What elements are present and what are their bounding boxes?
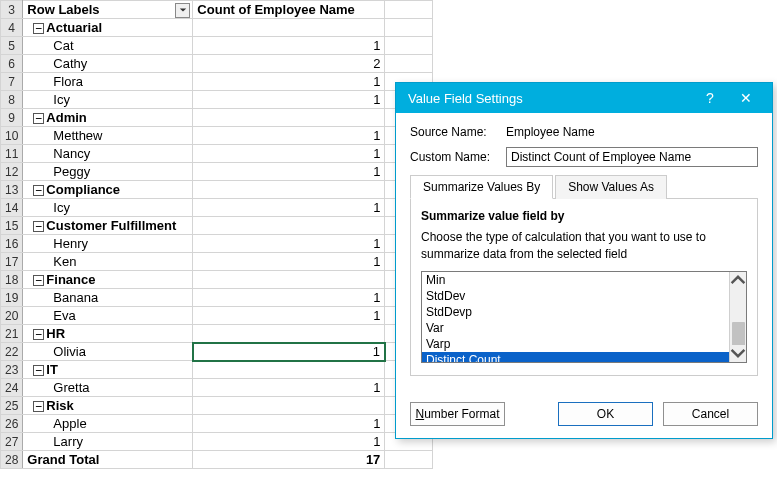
value-cell[interactable]	[193, 109, 385, 127]
row-header[interactable]: 16	[1, 235, 23, 253]
item-cell[interactable]: Eva	[23, 307, 193, 325]
value-cell[interactable]: 1	[193, 307, 385, 325]
scroll-up-button[interactable]	[730, 272, 746, 289]
row-header[interactable]: 11	[1, 145, 23, 163]
value-cell[interactable]	[193, 271, 385, 289]
row-header[interactable]: 5	[1, 37, 23, 55]
row-header[interactable]: 9	[1, 109, 23, 127]
empty-cell[interactable]	[385, 37, 433, 55]
item-cell[interactable]: Icy	[23, 199, 193, 217]
calculation-type-listbox[interactable]: MinStdDevStdDevpVarVarpDistinct Count	[421, 271, 747, 363]
collapse-icon[interactable]: −	[33, 23, 44, 34]
value-cell[interactable]: 1	[193, 253, 385, 271]
group-cell[interactable]: −Compliance	[23, 181, 193, 199]
row-header[interactable]: 4	[1, 19, 23, 37]
item-cell[interactable]: Icy	[23, 91, 193, 109]
group-cell[interactable]: −Customer Fulfillment	[23, 217, 193, 235]
value-cell[interactable]: 1	[193, 145, 385, 163]
count-header[interactable]: Count of Employee Name	[193, 1, 385, 19]
collapse-icon[interactable]: −	[33, 185, 44, 196]
row-header[interactable]: 8	[1, 91, 23, 109]
value-cell[interactable]: 1	[193, 235, 385, 253]
list-item[interactable]: Varp	[422, 336, 729, 352]
tab-show-values-as[interactable]: Show Values As	[555, 175, 667, 199]
row-header[interactable]: 20	[1, 307, 23, 325]
value-cell[interactable]: 1	[193, 379, 385, 397]
row-header[interactable]: 24	[1, 379, 23, 397]
collapse-icon[interactable]: −	[33, 365, 44, 376]
group-cell[interactable]: −Risk	[23, 397, 193, 415]
group-cell[interactable]: −IT	[23, 361, 193, 379]
row-header[interactable]: 27	[1, 433, 23, 451]
number-format-button[interactable]: Number Format	[410, 402, 505, 426]
value-cell[interactable]: 1	[193, 73, 385, 91]
row-header[interactable]: 19	[1, 289, 23, 307]
close-button[interactable]: ✕	[728, 86, 764, 110]
filter-dropdown-icon[interactable]	[175, 3, 190, 18]
group-cell[interactable]: −HR	[23, 325, 193, 343]
tab-summarize-values-by[interactable]: Summarize Values By	[410, 175, 553, 199]
row-header[interactable]: 10	[1, 127, 23, 145]
list-item[interactable]: Distinct Count	[422, 352, 729, 362]
value-cell[interactable]: 1	[193, 127, 385, 145]
value-cell[interactable]	[193, 181, 385, 199]
value-cell[interactable]: 1	[193, 163, 385, 181]
collapse-icon[interactable]: −	[33, 221, 44, 232]
group-cell[interactable]: −Finance	[23, 271, 193, 289]
row-header[interactable]: 13	[1, 181, 23, 199]
scroll-thumb[interactable]	[732, 322, 745, 346]
row-header[interactable]: 21	[1, 325, 23, 343]
row-header[interactable]: 28	[1, 451, 23, 469]
ok-button[interactable]: OK	[558, 402, 653, 426]
row-header[interactable]: 17	[1, 253, 23, 271]
listbox-scrollbar[interactable]	[729, 272, 746, 362]
list-item[interactable]: Var	[422, 320, 729, 336]
cancel-button[interactable]: Cancel	[663, 402, 758, 426]
row-labels-header[interactable]: Row Labels	[23, 1, 193, 19]
value-cell[interactable]: 1	[193, 91, 385, 109]
item-cell[interactable]: Gretta	[23, 379, 193, 397]
item-cell[interactable]: Peggy	[23, 163, 193, 181]
value-cell[interactable]	[193, 325, 385, 343]
collapse-icon[interactable]: −	[33, 275, 44, 286]
item-cell[interactable]: Apple	[23, 415, 193, 433]
help-button[interactable]: ?	[692, 86, 728, 110]
value-cell[interactable]	[193, 19, 385, 37]
value-cell[interactable]: 1	[193, 289, 385, 307]
item-cell[interactable]: Cathy	[23, 55, 193, 73]
empty-cell[interactable]	[385, 1, 433, 19]
value-cell[interactable]: 1	[193, 37, 385, 55]
row-header[interactable]: 7	[1, 73, 23, 91]
row-header[interactable]: 26	[1, 415, 23, 433]
empty-cell[interactable]	[385, 19, 433, 37]
row-header[interactable]: 25	[1, 397, 23, 415]
item-cell[interactable]: Larry	[23, 433, 193, 451]
collapse-icon[interactable]: −	[33, 113, 44, 124]
value-cell[interactable]: 1	[193, 433, 385, 451]
item-cell[interactable]: Henry	[23, 235, 193, 253]
row-header[interactable]: 12	[1, 163, 23, 181]
row-header[interactable]: 22	[1, 343, 23, 361]
list-item[interactable]: StdDev	[422, 288, 729, 304]
row-header[interactable]: 15	[1, 217, 23, 235]
dialog-titlebar[interactable]: Value Field Settings ? ✕	[396, 83, 772, 113]
item-cell[interactable]: Banana	[23, 289, 193, 307]
item-cell[interactable]: Flora	[23, 73, 193, 91]
scroll-down-button[interactable]	[730, 345, 746, 362]
collapse-icon[interactable]: −	[33, 329, 44, 340]
item-cell[interactable]: Olivia	[23, 343, 193, 361]
item-cell[interactable]: Cat	[23, 37, 193, 55]
collapse-icon[interactable]: −	[33, 401, 44, 412]
row-header[interactable]: 6	[1, 55, 23, 73]
row-header[interactable]: 14	[1, 199, 23, 217]
value-cell[interactable]	[193, 361, 385, 379]
value-cell[interactable]: 1	[193, 415, 385, 433]
item-cell[interactable]: Ken	[23, 253, 193, 271]
row-header[interactable]: 3	[1, 1, 23, 19]
item-cell[interactable]: Metthew	[23, 127, 193, 145]
group-cell[interactable]: −Admin	[23, 109, 193, 127]
list-item[interactable]: StdDevp	[422, 304, 729, 320]
empty-cell[interactable]	[385, 55, 433, 73]
row-header[interactable]: 18	[1, 271, 23, 289]
grand-total-label[interactable]: Grand Total	[23, 451, 193, 469]
